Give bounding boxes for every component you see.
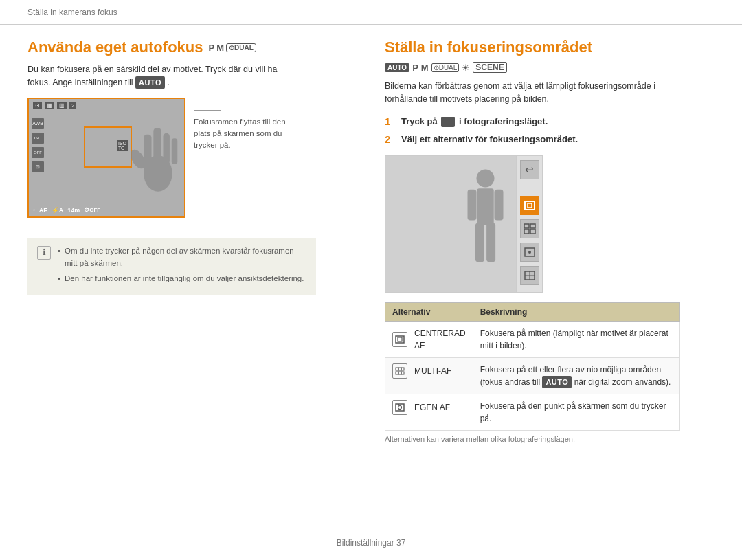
note-content: Om du inte trycker på någon del av skärm… [58, 245, 306, 288]
step-2-text: Välj ett alternativ för fokuseringsområd… [401, 133, 578, 146]
multi-label: MULTI-AF [414, 365, 451, 377]
cam-arrow-icon: ‹ [33, 207, 35, 213]
right-mode-badges: AUTO P M ⊙DUAL ☀ SCENE [385, 62, 715, 73]
badge-auto-right: AUTO [385, 63, 409, 72]
cam-icon-grid2: ▥ [57, 102, 67, 109]
svg-rect-30 [401, 372, 404, 374]
cam-icon-num: 2 [69, 102, 76, 109]
focus-preview: ↩ [385, 155, 543, 293]
svg-rect-10 [475, 223, 484, 262]
centrerad-icon [392, 332, 407, 347]
focus-btn-2[interactable] [520, 219, 539, 238]
table-cell-multi-name: MULTI-AF [385, 357, 473, 394]
note-icon: ℹ [37, 246, 51, 260]
svg-rect-14 [524, 224, 529, 228]
svg-rect-8 [468, 190, 477, 221]
auto-badge-left: AUTO [135, 76, 165, 89]
eigen-icon-svg [395, 403, 405, 412]
cam-box-icon: ⊡ [32, 161, 44, 172]
step-1-icon [441, 117, 455, 127]
cam-iso-icon: ISO [32, 133, 44, 144]
step-1: 1 Tryck på i fotograferingsläget. [385, 115, 715, 128]
svg-point-6 [477, 169, 495, 187]
focus-table: Alternativ Beskrivning [385, 302, 680, 432]
eigen-icon-name: EGEN AF [392, 400, 466, 415]
svg-rect-28 [396, 372, 398, 374]
focus-btn-1-active[interactable] [520, 196, 539, 215]
multi-icon [392, 363, 407, 379]
left-column: Använda eget autofokus P M ⊙DUAL Du kan … [27, 38, 357, 443]
svg-rect-17 [530, 229, 535, 234]
badge-dual: ⊙DUAL [226, 43, 256, 52]
step-2-number: 2 [385, 133, 396, 145]
body-text-1: Du kan fokusera på en särskild del av mo… [27, 65, 277, 74]
left-mode-badges: P M ⊙DUAL [208, 43, 256, 53]
callout-line-decoration [194, 110, 221, 111]
right-column: Ställa in fokuseringsområdet AUTO P M ⊙D… [385, 38, 715, 443]
hand-silhouette [122, 113, 181, 195]
focus-btn-4-icon [524, 270, 536, 281]
svg-rect-3 [164, 133, 170, 164]
centrerad-label: CENTRERADAF [414, 327, 466, 352]
body-text-2: fokus. Ange inställningen till [27, 78, 133, 87]
steps-list: 1 Tryck på i fotograferingsläget. 2 Välj… [385, 115, 715, 146]
table-cell-eigen-name: EGEN AF [385, 394, 473, 431]
callout-aside: Fokusramen flyttas till den plats på skä… [194, 104, 286, 152]
svg-rect-15 [530, 224, 535, 228]
cam-dist-icon: 14m [67, 207, 80, 214]
svg-rect-16 [524, 229, 529, 234]
focus-btn-2-icon [524, 223, 536, 234]
eigen-label: EGEN AF [414, 401, 450, 414]
badge-scene-right: SCENE [473, 62, 506, 73]
table-row-eigen: EGEN AF Fokusera på den punkt på skärmen… [385, 394, 680, 431]
table-cell-multi-desc: Fokusera på ett eller flera av nio möjli… [473, 357, 679, 394]
footer-note: Alternativen kan variera mellan olika fo… [385, 435, 715, 443]
footer-text: Bildinställningar 37 [337, 538, 406, 548]
step-1-number: 1 [385, 115, 396, 127]
left-title-text: Använda eget autofokus [27, 38, 203, 56]
badge-m-right: M [421, 63, 429, 73]
table-row-multi: MULTI-AF Fokusera på ett eller flera av … [385, 357, 680, 394]
person-silhouette [463, 163, 508, 283]
svg-rect-27 [401, 368, 404, 370]
callout-text: Fokusramen flyttas till den plats på skä… [194, 116, 286, 152]
cam-top-strip: ⊙ ▦ ▥ 2 [33, 102, 76, 109]
table-header-beskrivning: Beskrivning [473, 302, 679, 321]
body-text-dot: . [168, 78, 170, 87]
cam-af-icon: AF [39, 207, 47, 214]
svg-rect-31 [396, 404, 404, 411]
focus-side-buttons: ↩ [516, 156, 542, 292]
auto-badge-table: AUTO [542, 376, 572, 389]
focus-btn-4[interactable] [520, 266, 539, 285]
note-bullet-2: Den här funktionen är inte tillgänglig o… [58, 272, 306, 284]
multi-icon-name: MULTI-AF [392, 363, 466, 379]
focus-btn-3-icon [524, 247, 536, 258]
cam-awb-icon: AWB [32, 118, 44, 129]
badge-m: M [216, 43, 224, 53]
right-body-text: Bilderna kan förbättras genom att välja … [385, 80, 680, 106]
multi-icon-svg [395, 367, 405, 375]
svg-rect-12 [525, 201, 535, 210]
svg-rect-13 [528, 203, 532, 208]
centrerad-icon-svg [395, 335, 405, 344]
table-row-centrerad: CENTRERADAF Fokusera på mitten (lämpligt… [385, 321, 680, 357]
note-box: ℹ Om du inte trycker på någon del av skä… [27, 238, 316, 295]
step-1-text: Tryck på i fotograferingsläget. [401, 115, 548, 128]
back-button[interactable]: ↩ [520, 160, 539, 179]
cam-icon-grid1: ▦ [45, 102, 54, 109]
cam-timer-icon: ⏱OFF [84, 207, 100, 213]
badge-dual-right: ⊙DUAL [431, 63, 460, 72]
svg-rect-9 [495, 190, 504, 221]
badge-p: P [208, 43, 214, 53]
badge-p-right: P [412, 63, 418, 73]
svg-rect-26 [398, 368, 401, 370]
cam-bottom-strip: ‹ AF ⚡A 14m ⏱OFF [33, 207, 180, 214]
camera-screen: ⊙ ▦ ▥ 2 AWB ISO OFF ⊡ [27, 98, 186, 218]
eigen-icon [392, 400, 407, 415]
focus-btn-3[interactable] [520, 243, 539, 262]
note-bullet-1: Om du inte trycker på någon del av skärm… [58, 245, 306, 270]
main-content: Använda eget autofokus P M ⊙DUAL Du kan … [0, 25, 742, 443]
camera-screen-inner: ⊙ ▦ ▥ 2 AWB ISO OFF ⊡ [29, 99, 184, 216]
svg-point-19 [528, 251, 531, 254]
cam-off-icon: OFF [32, 147, 44, 158]
